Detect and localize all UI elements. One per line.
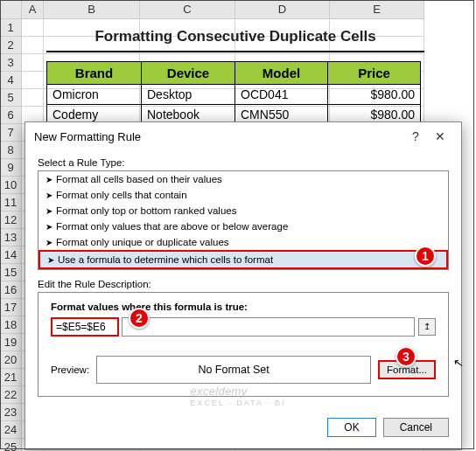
row-header[interactable]: 17 <box>0 299 22 316</box>
col-header-d[interactable]: D <box>235 0 330 19</box>
arrow-icon: ➤ <box>46 238 52 247</box>
data-table: Brand Device Model Price Omicron Desktop… <box>46 61 421 125</box>
formula-input[interactable] <box>51 317 119 337</box>
row-header[interactable]: 25 <box>0 439 22 451</box>
row-header[interactable]: 4 <box>0 72 22 89</box>
header-brand[interactable]: Brand <box>47 62 142 85</box>
header-device[interactable]: Device <box>142 62 235 85</box>
select-all-corner[interactable] <box>0 0 22 19</box>
arrow-icon: ➤ <box>46 206 52 216</box>
table-header-row: Brand Device Model Price <box>47 62 421 85</box>
row-header[interactable]: 10 <box>0 177 22 194</box>
row-header[interactable]: 11 <box>0 194 22 212</box>
header-model[interactable]: Model <box>235 62 328 85</box>
dialog-title: New Formatting Rule <box>34 130 141 143</box>
row-header[interactable]: 2 <box>0 37 22 54</box>
rule-type-label: Select a Rule Type: <box>38 157 449 168</box>
table-row: Omicron Desktop OCD041 $980.00 <box>47 85 421 105</box>
header-price[interactable]: Price <box>328 62 421 85</box>
row-header[interactable]: 13 <box>0 229 22 246</box>
row-header[interactable]: 3 <box>0 54 22 72</box>
col-header-a[interactable]: A <box>22 0 44 19</box>
rule-item[interactable]: ➤Format only values that are above or be… <box>38 219 448 234</box>
rule-item[interactable]: ➤Format all cells based on their values <box>38 171 448 187</box>
cell[interactable]: OCD041 <box>235 85 328 105</box>
close-button[interactable]: ✕ <box>428 129 452 143</box>
rule-item[interactable]: ➤Format only top or bottom ranked values <box>38 203 448 219</box>
row-header[interactable]: 1 <box>0 19 22 37</box>
dialog-titlebar[interactable]: New Formatting Rule ? ✕ <box>25 122 461 150</box>
row-header[interactable]: 21 <box>0 369 22 386</box>
callout-2: 2 <box>129 308 150 329</box>
cell[interactable] <box>22 54 44 72</box>
cell[interactable] <box>22 37 44 54</box>
preview-label: Preview: <box>51 364 89 375</box>
cell[interactable] <box>22 19 44 37</box>
row-header[interactable]: 5 <box>0 89 22 107</box>
watermark: exceldemy EXCEL · DATA · BI <box>191 385 286 407</box>
rule-item[interactable]: ➤Format only unique or duplicate values <box>38 234 448 250</box>
ok-button[interactable]: OK <box>327 418 375 437</box>
column-headers-row: A B C D E <box>0 0 476 19</box>
rule-type-list: ➤Format all cells based on their values … <box>38 170 449 270</box>
collapse-dialog-button[interactable]: ↥ <box>418 318 436 336</box>
col-header-c[interactable]: C <box>140 0 235 19</box>
help-button[interactable]: ? <box>403 129 428 143</box>
rule-item[interactable]: ➤Format only cells that contain <box>38 187 448 203</box>
row-header[interactable]: 15 <box>0 264 22 281</box>
dialog-button-row: OK Cancel <box>25 409 461 449</box>
cell[interactable] <box>22 89 44 107</box>
edit-description-label: Edit the Rule Description: <box>38 279 449 289</box>
formula-input-extension[interactable] <box>122 317 415 337</box>
preview-box: No Format Set <box>96 356 371 384</box>
cell[interactable]: Omicron <box>47 85 142 105</box>
row-header[interactable]: 8 <box>0 142 22 159</box>
col-header-b[interactable]: B <box>44 0 140 19</box>
row-header[interactable]: 18 <box>0 316 22 334</box>
row-header[interactable]: 19 <box>0 334 22 351</box>
arrow-icon: ➤ <box>46 191 52 200</box>
cell[interactable]: $980.00 <box>328 85 421 105</box>
cell[interactable]: Desktop <box>142 85 235 105</box>
row-header[interactable]: 6 <box>0 107 22 124</box>
col-header-e[interactable]: E <box>330 0 424 19</box>
cell[interactable] <box>22 72 44 89</box>
rule-item-formula[interactable]: ➤Use a formula to determine which cells … <box>38 250 448 269</box>
row-header[interactable]: 16 <box>0 281 22 299</box>
row-header[interactable]: 22 <box>0 386 22 404</box>
row-header[interactable]: 7 <box>0 124 22 142</box>
title-underline <box>46 51 424 52</box>
row-header[interactable]: 9 <box>0 159 22 177</box>
arrow-icon: ➤ <box>46 175 52 184</box>
callout-1: 1 <box>415 246 436 267</box>
formula-label: Format values where this formula is true… <box>51 302 436 312</box>
arrow-icon: ➤ <box>47 255 54 265</box>
sheet-title: Formatting Consecutive Duplicate Cells <box>46 28 424 45</box>
row-header[interactable]: 20 <box>0 351 22 369</box>
callout-3: 3 <box>396 346 416 367</box>
arrow-icon: ➤ <box>46 222 52 232</box>
cancel-button[interactable]: Cancel <box>383 418 449 437</box>
row-header[interactable]: 12 <box>0 212 22 229</box>
row-header[interactable]: 14 <box>0 246 22 264</box>
preview-row: Preview: No Format Set Format... <box>51 356 436 384</box>
row-header[interactable]: 23 <box>0 404 22 421</box>
formula-row: ↥ <box>51 317 436 337</box>
rule-description-box: Format values where this formula is true… <box>38 292 449 397</box>
row-header[interactable]: 24 <box>0 421 22 439</box>
dialog-body: Select a Rule Type: ➤Format all cells ba… <box>25 150 461 409</box>
